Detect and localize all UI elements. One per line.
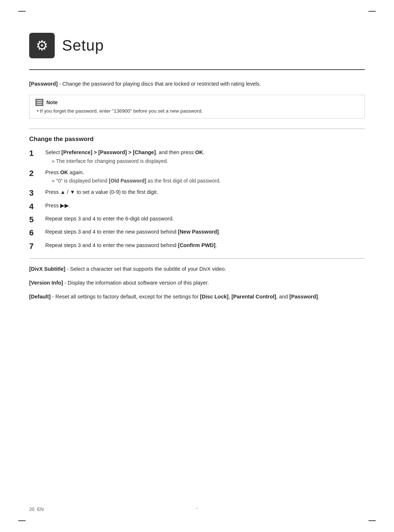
corner-mark-bottom-right xyxy=(368,520,376,521)
step-1: 1 Select [Preference] > [Password] > [Ch… xyxy=(29,149,365,165)
step-content-5: Repeat steps 3 and 4 to enter the 6-digi… xyxy=(45,215,365,223)
step-number-1: 1 xyxy=(29,149,43,158)
steps-list: 1 Select [Preference] > [Password] > [Ch… xyxy=(29,149,365,251)
note-header: Note xyxy=(35,99,359,106)
gear-icon: ⚙ xyxy=(36,38,48,54)
gear-icon-box: ⚙ xyxy=(29,33,55,58)
corner-mark-top-right xyxy=(368,11,376,12)
step-number-2: 2 xyxy=(29,169,43,178)
step-content-6: Repeat steps 3 and 4 to enter the new pa… xyxy=(45,228,365,236)
footer: 20 EN xyxy=(29,506,44,512)
change-password-heading: Change the password xyxy=(29,136,365,143)
page: ⚙ Setup [Password] - Change the password… xyxy=(0,0,394,532)
step-sub-2: "0" is displayed behind [Old Password] a… xyxy=(45,177,365,185)
step-7: 7 Repeat steps 3 and 4 to enter the new … xyxy=(29,242,365,251)
step-content-1: Select [Preference] > [Password] > [Chan… xyxy=(45,149,365,165)
section-divider-top xyxy=(29,129,365,129)
step-number-4: 4 xyxy=(29,202,43,211)
divx-subtitle-desc: [DivX Subtitle] - Select a character set… xyxy=(29,265,365,273)
footer-dot: · xyxy=(196,504,198,512)
step-content-7: Repeat steps 3 and 4 to enter the new pa… xyxy=(45,242,365,250)
password-description: [Password] - Change the password for pla… xyxy=(29,80,365,88)
page-title: Setup xyxy=(62,37,104,54)
section-divider-bottom xyxy=(29,258,365,259)
default-desc: [Default] - Reset all settings to factor… xyxy=(29,293,365,301)
step-2: 2 Press OK again. "0" is displayed behin… xyxy=(29,169,365,185)
note-text: • If you forget the password, enter "136… xyxy=(35,108,359,114)
note-box: Note • If you forget the password, enter… xyxy=(29,95,365,118)
step-3: 3 Press ▲ / ▼ to set a value (0-9) to th… xyxy=(29,188,365,198)
step-number-7: 7 xyxy=(29,242,43,251)
version-info-desc: [Version Info] - Display the information… xyxy=(29,279,365,287)
step-number-3: 3 xyxy=(29,188,43,198)
step-content-2: Press OK again. "0" is displayed behind … xyxy=(45,169,365,185)
step-number-5: 5 xyxy=(29,215,43,224)
step-content-4: Press ▶▶. xyxy=(45,202,365,210)
note-label: Note xyxy=(46,99,58,105)
step-4: 4 Press ▶▶. xyxy=(29,202,365,211)
step-5: 5 Repeat steps 3 and 4 to enter the 6-di… xyxy=(29,215,365,224)
language-label: EN xyxy=(37,506,44,512)
note-icon xyxy=(35,99,43,106)
step-content-3: Press ▲ / ▼ to set a value (0-9) to the … xyxy=(45,188,365,196)
corner-mark-top-left xyxy=(18,11,26,12)
corner-mark-bottom-left xyxy=(18,520,26,521)
page-number: 20 xyxy=(29,506,34,512)
header-section: ⚙ Setup xyxy=(29,33,365,58)
header-underline xyxy=(29,69,365,70)
step-6: 6 Repeat steps 3 and 4 to enter the new … xyxy=(29,228,365,238)
step-number-6: 6 xyxy=(29,228,43,238)
step-sub-1: The interface for changing password is d… xyxy=(45,157,365,165)
